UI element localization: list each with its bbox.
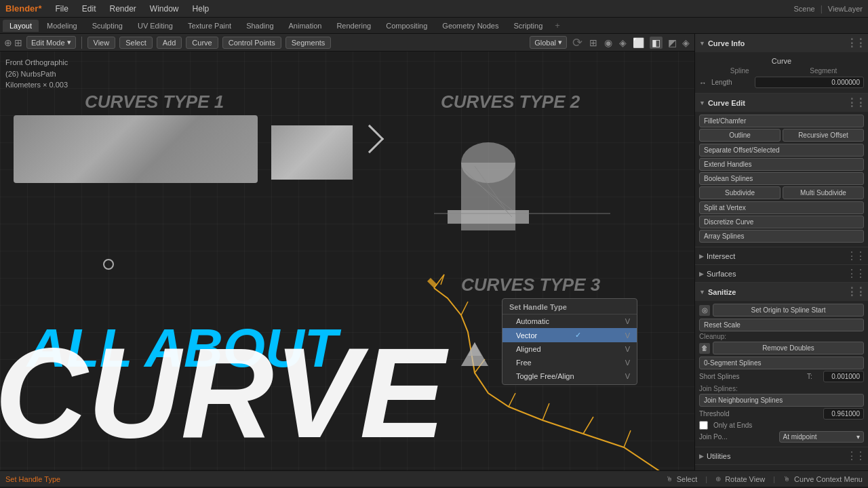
mode-dropdown[interactable]: Edit Mode ▾ [26,36,76,49]
join-neighbouring-btn[interactable]: Join Neighbouring Splines [699,394,864,407]
separate-offset-btn[interactable]: Separate Offset/Selected [699,144,864,157]
select-btn[interactable]: Select [119,37,153,49]
object-rect2 [271,125,353,180]
remove-doubles-btn[interactable]: Remove Doubles [713,342,864,354]
add-btn[interactable]: Add [157,37,182,49]
bottom-bar: Set Handle Type 🖱 Select | ⊕ Rotate View… [0,470,868,487]
mouse-icon: 🖱 [666,475,673,483]
ctx-aligned[interactable]: Aligned V [502,342,637,356]
discretize-curve-btn[interactable]: Discretize Curve [699,216,864,228]
context-menu: Set Handle Type Automatic V Vector ✓ V A… [502,298,637,385]
reset-scale-btn[interactable]: Reset Scale [699,319,864,331]
menu-window[interactable]: Window [144,3,184,15]
section-label-1: CURVES TYPE 1 [85,92,224,113]
add-workspace-icon[interactable]: + [555,20,560,30]
menu-edit[interactable]: Edit [77,3,102,15]
surfaces-header[interactable]: ▶ Surfaces ⋮⋮ [695,265,868,282]
only-at-ends-row: Only at Ends [699,421,864,430]
curve-info-body: Curve Spline Segment ↔ Length 0.000000 [695,52,868,93]
app-title: Blender* [5,3,41,14]
intersect-header[interactable]: ▶ Intersect ⋮⋮ [695,247,868,264]
utilities-section: ▶ Utilities ⋮⋮ [695,447,868,465]
rotate-view-label: Rotate View [725,475,765,483]
shading-rendered-icon[interactable]: ◈ [682,37,690,48]
menu-file[interactable]: File [50,3,73,15]
shading-wire-icon[interactable]: ⬜ [633,37,644,48]
array-splines-btn[interactable]: Array Splines [699,230,864,243]
remove-doubles-row: 🗑 Remove Doubles [699,342,864,354]
tab-sculpting[interactable]: Sculpting [85,20,130,32]
object-rect1 [14,115,258,183]
curve-btn[interactable]: Curve [186,37,218,49]
tab-shading[interactable]: Shading [239,20,280,32]
join-po-dropdown[interactable]: At midpoint ▾ [779,431,865,443]
section-label-3: CURVES TYPE 3 [461,274,600,296]
tab-texture-paint[interactable]: Texture Paint [181,20,238,32]
set-origin-icon: ◎ [699,305,710,316]
viewport-icon2: ⊞ [14,37,22,48]
multi-subdivide-btn[interactable]: Multi Subdivide [783,186,864,199]
length-icon: ↔ [699,79,709,87]
viewport[interactable]: ⊕ ⊞ Edit Mode ▾ View Select Add Curve Co… [0,34,694,470]
tab-rendering[interactable]: Rendering [330,20,378,32]
view-btn[interactable]: View [87,37,116,49]
subdivide-btn[interactable]: Subdivide [699,186,781,199]
tab-uv-editing[interactable]: UV Editing [131,20,180,32]
recursive-offset-btn[interactable]: Recursive Offset [783,129,864,142]
rotate-icon[interactable]: ⟳ [572,35,583,50]
shading-material-icon[interactable]: ◩ [668,37,677,48]
subdivide-row: Subdivide Multi Subdivide [699,186,864,199]
shading-solid-icon[interactable]: ◧ [650,37,663,49]
snap-icon[interactable]: ⊞ [589,37,597,48]
utilities-header[interactable]: ▶ Utilities ⋮⋮ [695,447,868,464]
curve-edit-body: Fillet/Chamfer Outline Recursive Offset … [695,112,868,247]
short-splines-row: Short Splines T: 0.001000 [699,371,864,382]
global-dropdown[interactable]: Global ▾ [530,36,567,49]
overlay-icon[interactable]: ◉ [604,37,612,48]
outline-btn[interactable]: Outline [699,129,781,142]
sanitize-header[interactable]: ▼ Sanitize ⋮⋮ [695,283,868,301]
control-points-btn[interactable]: Control Points [222,37,281,49]
curve-info-section: ▼ Curve Info ⋮⋮ Curve Spline Segment ↔ L… [695,34,868,94]
curve-edit-section: ▼ Curve Edit ⋮⋮ Fillet/Chamfer Outline R… [695,94,868,247]
remove-doubles-icon: 🗑 [699,343,710,354]
tab-compositing[interactable]: Compositing [379,20,434,32]
ctx-toggle-free-align[interactable]: Toggle Free/Align V [502,369,637,383]
outline-row: Outline Recursive Offset [699,129,864,142]
main-layout: ⊕ ⊞ Edit Mode ▾ View Select Add Curve Co… [0,34,868,470]
top-bar: Blender* File Edit Render Window Help Sc… [0,0,868,18]
extend-handles-btn[interactable]: Extend Handles [699,158,864,171]
tab-modeling[interactable]: Modeling [40,20,84,32]
fillet-chamfer-btn[interactable]: Fillet/Chamfer [699,115,864,127]
sanitize-body: ◎ Set Origin to Spline Start Reset Scale… [695,301,868,447]
xray-icon[interactable]: ◈ [619,37,627,48]
middle-mouse-icon: ⊕ [715,475,721,483]
split-at-vertex-btn[interactable]: Split at Vertex [699,201,864,214]
curve-info-header[interactable]: ▼ Curve Info ⋮⋮ [695,34,868,52]
curve-edit-header[interactable]: ▼ Curve Edit ⋮⋮ [695,94,868,112]
menu-help[interactable]: Help [187,3,215,15]
viewport-info: Front Orthographic (26) NurbsPath Kilome… [5,57,68,91]
tab-layout[interactable]: Layout [3,20,39,32]
sanitize-section: ▼ Sanitize ⋮⋮ ◎ Set Origin to Spline Sta… [695,283,868,447]
zero-segment-btn[interactable]: 0-Segment Splines [699,357,864,369]
right-panel: ▼ Curve Info ⋮⋮ Curve Spline Segment ↔ L… [694,34,868,470]
intersect-section: ▶ Intersect ⋮⋮ [695,247,868,265]
menu-render[interactable]: Render [104,3,142,15]
boolean-splines-btn[interactable]: Boolean Splines [699,172,864,185]
ctx-automatic[interactable]: Automatic V [502,314,637,328]
tab-scripting[interactable]: Scripting [507,20,549,32]
set-origin-row: ◎ Set Origin to Spline Start [699,304,864,317]
set-handle-type-status: Set Handle Type [5,475,60,483]
threshold-row: Threshold 0.961000 [699,408,864,420]
ctx-free[interactable]: Free V [502,356,637,369]
only-at-ends-checkbox[interactable] [699,421,708,430]
viewlayer-label: ViewLayer [828,5,863,13]
segments-btn[interactable]: Segments [285,37,332,49]
surfaces-section: ▶ Surfaces ⋮⋮ [695,265,868,283]
tab-geometry-nodes[interactable]: Geometry Nodes [435,20,505,32]
set-origin-btn[interactable]: Set Origin to Spline Start [713,304,864,317]
ctx-vector[interactable]: Vector ✓ V [502,328,637,342]
tab-animation[interactable]: Animation [282,20,329,32]
viewport-icon: ⊕ [4,37,12,48]
